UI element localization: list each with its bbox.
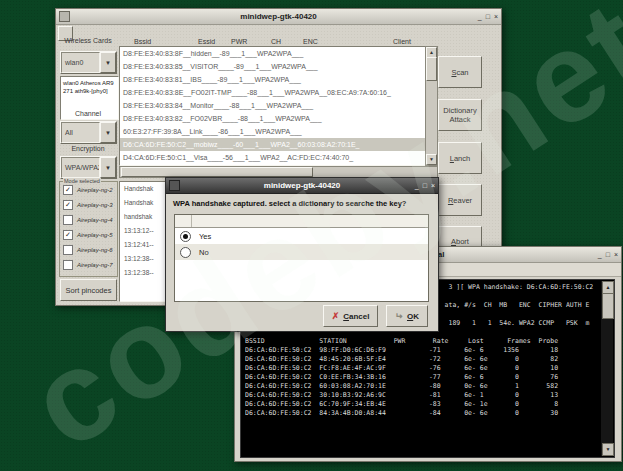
- mode-list: ✓Aireplay-ng-2✓Aireplay-ng-3Aireplay-ng-…: [60, 182, 117, 272]
- ap-row[interactable]: 60:E3:27:FF:39:8A__Link____-86___1___WPA…: [120, 125, 426, 138]
- terminal-line: D6:CA:6D:FE:50:C2 48:45:20:6B:5F:E4 -72 …: [245, 355, 600, 364]
- ok-button[interactable]: ↵ OK: [386, 305, 428, 327]
- ok-enter-arrow-icon: ↵: [395, 312, 403, 321]
- terminal-line: BSSID STATION PWR Rate Lost Frames Probe: [245, 337, 600, 346]
- terminal-line: D6:CA:6D:FE:50:C2 98:FF:D0:6C:D6:F9 -71 …: [245, 346, 600, 355]
- terminal-line: D6:CA:6D:FE:50:C2 C0:EE:FB:34:3B:16 -77 …: [245, 373, 600, 382]
- chevron-down-icon[interactable]: ▼: [100, 52, 116, 73]
- checkbox-checked[interactable]: ✓: [63, 185, 73, 195]
- ap-header-enc: ENC: [303, 38, 318, 45]
- close-icon[interactable]: ×: [431, 182, 435, 189]
- option-label: No: [199, 248, 209, 257]
- scrollbar-thumb[interactable]: [426, 57, 437, 81]
- chevron-down-icon[interactable]: ▼: [100, 122, 116, 143]
- encryption-label: Encryption: [60, 145, 116, 152]
- option-label: Yes: [199, 232, 211, 241]
- dialog-options: YesNo: [175, 228, 428, 260]
- ap-row[interactable]: D6:CA:6D:FE:50:C2__mobiwz____-60___1___W…: [120, 138, 426, 151]
- minimize-icon[interactable]: _: [598, 251, 602, 258]
- checkbox[interactable]: [63, 215, 73, 225]
- dictionary-attack-button[interactable]: Dictionary Attack: [438, 99, 482, 131]
- dialog-buttons: ✗ Cancel ↵ OK: [323, 305, 428, 327]
- mode-label: Aireplay-ng-2: [77, 187, 113, 193]
- mode-row[interactable]: Aireplay-ng-7: [63, 257, 117, 272]
- main-title: minidwep-gtk-40420: [56, 12, 501, 21]
- ap-row[interactable]: D4:CA:6D:FE:50:C1__Visa____-56___1___WPA…: [120, 151, 426, 164]
- cancel-button[interactable]: ✗ Cancel: [323, 305, 379, 327]
- scan-button[interactable]: Scan: [438, 56, 482, 88]
- scroll-down-icon[interactable]: ▼: [426, 154, 437, 165]
- main-window-controls: _ □ ×: [478, 9, 498, 24]
- ap-row[interactable]: D8:FE:E3:40:83:8F__hidden__-89___1___WPA…: [120, 47, 426, 60]
- ap-row[interactable]: D8:FE:E3:40:83:84__Monitor____-88___1___…: [120, 99, 426, 112]
- cancel-label: Cancel: [343, 312, 369, 321]
- mode-row[interactable]: ✓Aireplay-ng-3: [63, 197, 117, 212]
- ap-row[interactable]: D8:FE:E3:40:83:8E__FO02IT-TMP____-88___1…: [120, 86, 426, 99]
- ok-label: OK: [407, 312, 419, 321]
- minimize-icon[interactable]: _: [415, 182, 419, 189]
- sort-pincodes-button[interactable]: Sort pincodes: [60, 279, 117, 301]
- option-row-yes[interactable]: Yes: [175, 228, 428, 244]
- mode-row[interactable]: ✓Aireplay-ng-5: [63, 227, 117, 242]
- cancel-x-icon: ✗: [332, 312, 340, 321]
- terminal-line: D6:CA:6D:FE:50:C2 84:3A:4B:D0:A8:44 -84 …: [245, 409, 600, 418]
- terminal-line: D6:CA:6D:FE:50:C2 FC:F8:AE:4F:AC:9F -76 …: [245, 364, 600, 373]
- main-titlebar[interactable]: minidwep-gtk-40420 _ □ ×: [56, 9, 501, 25]
- dialog-titlebar[interactable]: minidwep-gtk-40420 _ □ ×: [166, 178, 438, 194]
- close-icon[interactable]: ×: [614, 251, 618, 258]
- dialog-option-list: YesNo: [174, 214, 429, 302]
- terminal-window-controls: _ □ ×: [598, 247, 618, 262]
- terminal-line: D6:CA:6D:FE:50:C2 6C:70:9F:34:EB:4E -83 …: [245, 400, 600, 409]
- action-button-label: Dictionary Attack: [439, 106, 481, 124]
- mode-label: Aireplay-ng-3: [77, 202, 113, 208]
- radio-unselected-icon[interactable]: [180, 247, 191, 258]
- dialog-window-controls: _ □ ×: [415, 178, 435, 193]
- mode-label: Aireplay-ng-4: [77, 217, 113, 223]
- interface-value: wlan0: [61, 52, 100, 73]
- action-button-label: Lanch: [450, 154, 470, 163]
- mode-label: Aireplay-ng-6: [77, 247, 113, 253]
- channel-label: Channel: [60, 110, 116, 117]
- interface-combo[interactable]: wlan0 ▼: [60, 51, 117, 74]
- scroll-down-icon[interactable]: ▼: [602, 443, 614, 456]
- close-icon[interactable]: ×: [494, 13, 498, 20]
- ap-row[interactable]: D8:FE:E3:40:83:85__VISITOR____-89___1___…: [120, 60, 426, 73]
- action-button-label: Abort: [451, 237, 469, 246]
- checkbox[interactable]: [63, 245, 73, 255]
- ap-row[interactable]: D8:FE:E3:40:83:81__IBS____-89___1___WPA2…: [120, 73, 426, 86]
- maximize-icon[interactable]: □: [606, 251, 610, 258]
- checkbox[interactable]: [63, 260, 73, 270]
- checkbox-checked[interactable]: ✓: [63, 200, 73, 210]
- minimize-icon[interactable]: _: [478, 13, 482, 20]
- ap-header-ch: CH: [271, 38, 281, 45]
- terminal-scrollbar[interactable]: ▲ ▼: [601, 281, 613, 456]
- checkbox-checked[interactable]: ✓: [63, 230, 73, 240]
- ap-list[interactable]: D8:FE:E3:40:83:8F__hidden__-89___1___WPA…: [119, 46, 427, 166]
- chevron-down-icon[interactable]: ▼: [100, 157, 116, 178]
- maximize-icon[interactable]: □: [423, 182, 427, 189]
- lanch-button[interactable]: Lanch: [438, 142, 482, 174]
- dialog-title: minidwep-gtk-40420: [166, 181, 438, 190]
- dialog-message: WPA handshake captured. select a diction…: [173, 199, 433, 208]
- mode-row[interactable]: ✓Aireplay-ng-2: [63, 182, 117, 197]
- ap-header-bssid: Bssid: [134, 38, 151, 45]
- channel-value: All: [61, 122, 100, 143]
- encryption-value: WPA/WPA2: [61, 157, 100, 178]
- reaver-button[interactable]: Reaver: [438, 184, 482, 216]
- encryption-combo[interactable]: WPA/WPA2 ▼: [60, 156, 117, 179]
- terminal-line: D6:CA:6D:FE:50:C2 60:03:08:A2:70:1E -80 …: [245, 382, 600, 391]
- mode-row[interactable]: Aireplay-ng-4: [63, 212, 117, 227]
- ap-row[interactable]: D8:FE:E3:40:83:82__FO02VBR____-88___1___…: [120, 112, 426, 125]
- maximize-icon[interactable]: □: [486, 13, 490, 20]
- ap-list-vscrollbar[interactable]: ▲ ▼: [425, 46, 438, 166]
- option-row-no[interactable]: No: [175, 244, 428, 260]
- mode-label: Aireplay-ng-5: [77, 232, 113, 238]
- scrollbar-thumb[interactable]: [602, 293, 614, 319]
- scrollbar-thumb[interactable]: [121, 167, 313, 177]
- mode-selected-frame: Mode selected ✓Aireplay-ng-2✓Aireplay-ng…: [59, 181, 118, 277]
- channel-combo[interactable]: All ▼: [60, 121, 117, 144]
- mode-row[interactable]: Aireplay-ng-6: [63, 242, 117, 257]
- radio-selected-icon[interactable]: [180, 231, 191, 242]
- mode-label: Aireplay-ng-7: [77, 262, 113, 268]
- ap-header-essid: Essid: [198, 38, 215, 45]
